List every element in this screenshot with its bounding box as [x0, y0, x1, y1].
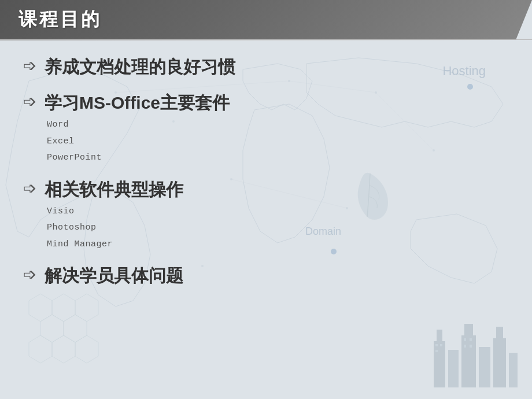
bullet-main-text-2: 学习MS-Office主要套件 [45, 93, 509, 113]
svg-rect-20 [509, 353, 518, 387]
svg-rect-13 [437, 330, 442, 341]
bullet-main-text-4: 解决学员具体问题 [45, 265, 509, 286]
svg-marker-35 [75, 335, 98, 363]
svg-rect-21 [435, 344, 438, 346]
page-header: 课程目的 [0, 0, 532, 39]
arrow-icon-1: ➩ [23, 58, 36, 74]
bullet-main-text-3: 相关软件典型操作 [45, 179, 509, 200]
svg-marker-32 [64, 315, 87, 342]
sub-items-3: Visio Photoshop Mind Manager [45, 204, 509, 253]
bullet-item-3: ➩ 相关软件典型操作 Visio Photoshop Mind Manager [23, 179, 509, 253]
main-content: ➩ 养成文档处理的良好习惯 ➩ 学习MS-Office主要套件 Word Exc… [0, 40, 532, 313]
svg-rect-27 [470, 345, 472, 348]
svg-rect-23 [440, 344, 442, 346]
bullet-content-2: 学习MS-Office主要套件 Word Excel PowerPoint [45, 93, 509, 167]
bullet-item-1: ➩ 养成文档处理的良好习惯 [23, 57, 509, 80]
bullet-item-4: ➩ 解决学员具体问题 [23, 265, 509, 289]
svg-rect-19 [496, 327, 503, 338]
bullet-content-4: 解决学员具体问题 [45, 265, 509, 289]
svg-marker-34 [52, 335, 75, 363]
bullet-content-1: 养成文档处理的良好习惯 [45, 57, 509, 80]
arrow-icon-4: ➩ [23, 267, 36, 283]
arrow-icon-3: ➩ [23, 180, 36, 197]
sub-item-excel: Excel [47, 134, 509, 150]
bullet-content-3: 相关软件典型操作 Visio Photoshop Mind Manager [45, 179, 509, 253]
page-title: 课程目的 [19, 7, 102, 32]
sub-item-visio: Visio [47, 204, 509, 220]
sub-item-photoshop: Photoshop [47, 220, 509, 237]
sub-item-mindmanager: Mind Manager [47, 237, 509, 253]
svg-rect-15 [461, 335, 476, 387]
bullet-main-text-1: 养成文档处理的良好习惯 [45, 57, 509, 77]
sub-item-word: Word [47, 117, 509, 134]
svg-marker-31 [40, 315, 64, 342]
svg-rect-17 [479, 347, 490, 387]
bullet-item-2: ➩ 学习MS-Office主要套件 Word Excel PowerPoint [23, 93, 509, 167]
svg-rect-16 [464, 324, 473, 335]
arrow-icon-2: ➩ [23, 94, 36, 110]
svg-rect-18 [493, 338, 506, 387]
buildings-decoration [428, 318, 520, 387]
svg-rect-25 [470, 338, 472, 341]
sub-items-2: Word Excel PowerPoint [45, 117, 509, 167]
svg-rect-24 [464, 338, 466, 341]
svg-rect-26 [464, 345, 466, 348]
svg-rect-22 [435, 350, 438, 352]
sub-item-powerpoint: PowerPoint [47, 150, 509, 167]
svg-rect-14 [448, 350, 459, 387]
svg-marker-33 [29, 335, 52, 363]
svg-rect-12 [434, 341, 445, 387]
